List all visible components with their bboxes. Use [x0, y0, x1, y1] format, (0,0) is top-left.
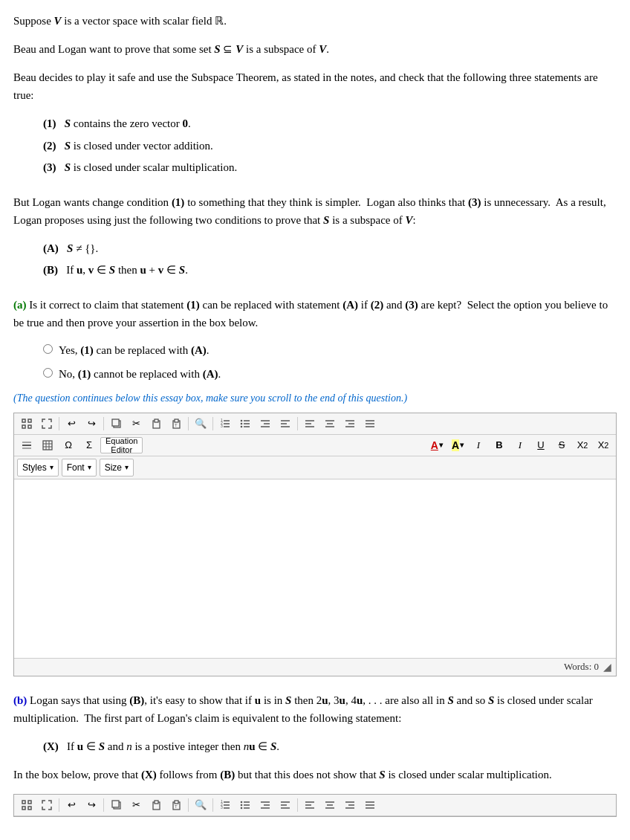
highlight-icon: A: [452, 439, 459, 451]
styles-arrow: ▾: [50, 463, 53, 471]
equation-editor-button[interactable]: EquationEditor: [100, 437, 143, 453]
paste-text-icon-2[interactable]: T: [166, 797, 186, 813]
size-label: Size: [105, 462, 122, 473]
toolbar-row-2: Ω Σ EquationEditor A ▾ A ▾ I B I U S X2 …: [14, 435, 616, 456]
svg-rect-0: [22, 419, 25, 422]
condition-x: (X) If u ∈ S and n is a postive integer …: [43, 737, 617, 755]
svg-text:3: 3: [221, 424, 223, 428]
strikethrough-button[interactable]: S: [552, 437, 571, 453]
indent-icon[interactable]: [256, 416, 275, 432]
expand-icon[interactable]: [37, 416, 56, 432]
logan-condition-a: (A) S ≠ {}.: [43, 239, 617, 259]
svg-rect-52: [28, 807, 31, 810]
align-left-icon-2[interactable]: [300, 797, 319, 813]
copy-icon[interactable]: [106, 416, 126, 432]
align-center-icon[interactable]: [320, 416, 340, 432]
redo-icon[interactable]: ↪: [82, 416, 101, 432]
radio-yes[interactable]: [43, 344, 53, 354]
copy-icon-2[interactable]: [106, 797, 126, 813]
font-dropdown[interactable]: Font ▾: [62, 459, 97, 476]
editor-content-area-1[interactable]: [14, 479, 616, 658]
highlight-button[interactable]: A ▾: [448, 437, 467, 453]
toolbar-row-1: ↩ ↪ ✂ T 🔍 123: [14, 413, 616, 435]
italic-button[interactable]: I: [469, 437, 488, 453]
subscript-button[interactable]: X2: [573, 437, 592, 453]
question-a-text: (a) Is it correct to claim that statemen…: [13, 296, 617, 332]
sigma-icon[interactable]: Σ: [79, 437, 99, 453]
align-right-icon[interactable]: [340, 416, 360, 432]
paste-icon[interactable]: [146, 416, 166, 432]
align-left-icon[interactable]: [300, 416, 319, 432]
horizontal-rule-icon[interactable]: [17, 437, 36, 453]
search-icon-2[interactable]: 🔍: [191, 797, 210, 813]
radio-option-no[interactable]: No, (1) cannot be replaced with (A).: [43, 366, 617, 383]
unordered-list-icon-2[interactable]: [236, 797, 255, 813]
svg-rect-5: [112, 419, 119, 426]
svg-text:T: T: [175, 423, 178, 427]
svg-rect-7: [155, 419, 158, 422]
radio-no[interactable]: [43, 368, 53, 378]
logan-conditions: (A) S ≠ {}. (B) If u, v ∈ S then u + v ∈…: [43, 239, 617, 280]
omega-icon[interactable]: Ω: [59, 437, 78, 453]
undo-icon-2[interactable]: ↩: [62, 797, 81, 813]
editor-box-2: ↩ ↪ ✂ T 🔍 123: [13, 794, 617, 817]
outdent-icon[interactable]: [276, 416, 295, 432]
align-right-icon-2[interactable]: [340, 797, 360, 813]
resize-handle-1[interactable]: ◢: [603, 661, 611, 673]
redo-icon-2[interactable]: ↪: [82, 797, 101, 813]
bold-button[interactable]: B: [490, 437, 509, 453]
table-icon[interactable]: [38, 437, 57, 453]
font-color-button[interactable]: A ▾: [427, 437, 446, 453]
underline-button[interactable]: U: [531, 437, 551, 453]
svg-point-71: [241, 807, 243, 810]
cut-icon[interactable]: ✂: [126, 416, 146, 432]
search-icon[interactable]: 🔍: [191, 416, 210, 432]
toolbar-row-2a: ↩ ↪ ✂ T 🔍 123: [14, 795, 616, 816]
part-b-label: (b): [13, 694, 27, 706]
fullscreen-icon-2[interactable]: [17, 797, 36, 813]
svg-rect-9: [175, 419, 178, 422]
editor-footer-1: Words: 0 ◢: [14, 658, 616, 676]
fullscreen-icon[interactable]: [17, 416, 36, 432]
svg-point-22: [241, 426, 243, 428]
svg-rect-1: [28, 419, 31, 422]
words-label: Words: 0: [564, 661, 599, 673]
font-label: Font: [67, 462, 85, 473]
logan-condition-b: (B) If u, v ∈ S then u + v ∈ S.: [43, 261, 617, 280]
italic-btn2[interactable]: I: [510, 437, 530, 453]
justify-icon[interactable]: [360, 416, 380, 432]
expand-icon-2[interactable]: [37, 797, 56, 813]
indent-icon-2[interactable]: [256, 797, 275, 813]
svg-point-20: [241, 420, 243, 422]
justify-icon-2[interactable]: [360, 797, 380, 813]
superscript-button[interactable]: X2: [594, 437, 613, 453]
svg-rect-51: [22, 807, 25, 810]
beau-condition-3: (3) S is closed under scalar multiplicat…: [43, 158, 617, 178]
size-dropdown[interactable]: Size ▾: [100, 459, 134, 476]
paste-icon-2[interactable]: [146, 797, 166, 813]
font-color-icon: A: [431, 439, 438, 451]
svg-rect-44: [43, 441, 52, 450]
radio-option-yes[interactable]: Yes, (1) can be replaced with (A).: [43, 342, 617, 359]
svg-rect-50: [28, 801, 31, 804]
undo-icon[interactable]: ↩: [62, 416, 81, 432]
radio-yes-label: Yes, (1) can be replaced with (A).: [59, 342, 210, 359]
para1: Beau and Logan want to prove that some s…: [13, 40, 617, 58]
ordered-list-icon-2[interactable]: 123: [215, 797, 235, 813]
radio-no-label: No, (1) cannot be replaced with (A).: [59, 366, 221, 383]
editor-box-1: ↩ ↪ ✂ T 🔍 123: [13, 413, 617, 676]
paste-text-icon[interactable]: T: [166, 416, 186, 432]
svg-rect-2: [22, 425, 25, 428]
unordered-list-icon[interactable]: [236, 416, 255, 432]
align-center-icon-2[interactable]: [320, 797, 340, 813]
svg-rect-56: [155, 801, 158, 804]
outdent-icon-2[interactable]: [276, 797, 295, 813]
svg-point-21: [241, 423, 243, 425]
svg-point-69: [241, 801, 243, 804]
beau-condition-2: (2) S is closed under vector addition.: [43, 137, 617, 156]
beau-condition-1: (1) S contains the zero vector 0.: [43, 114, 617, 134]
ordered-list-icon[interactable]: 123: [215, 416, 235, 432]
styles-dropdown[interactable]: Styles ▾: [17, 459, 59, 476]
size-arrow: ▾: [125, 463, 129, 471]
cut-icon-2[interactable]: ✂: [126, 797, 146, 813]
